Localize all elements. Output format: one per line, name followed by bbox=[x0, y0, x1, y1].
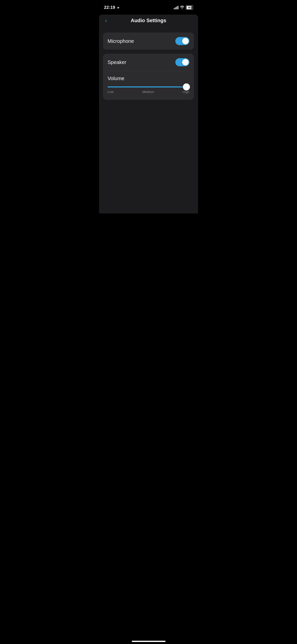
signal-bars bbox=[174, 6, 178, 9]
main-content: Microphone Speaker Volume bbox=[99, 27, 198, 213]
volume-medium-label: Medium bbox=[142, 90, 154, 94]
signal-bar-2 bbox=[175, 7, 176, 9]
nav-bar: ‹ Audio Settings bbox=[99, 15, 198, 27]
speaker-card: Speaker Volume Low Medium High bbox=[103, 54, 194, 100]
battery-container: 90 bbox=[186, 6, 193, 10]
microphone-toggle-track bbox=[175, 37, 189, 45]
signal-bar-1 bbox=[174, 8, 175, 9]
microphone-toggle-thumb bbox=[182, 38, 189, 44]
speaker-toggle-track bbox=[175, 58, 189, 66]
wifi-icon bbox=[180, 6, 184, 10]
back-chevron-icon: ‹ bbox=[105, 18, 107, 23]
microphone-label: Microphone bbox=[108, 38, 134, 44]
speaker-toggle[interactable] bbox=[175, 58, 189, 66]
volume-slider-labels: Low Medium High bbox=[108, 90, 189, 94]
page-title: Audio Settings bbox=[131, 18, 166, 23]
volume-slider-container bbox=[108, 86, 189, 87]
signal-bar-4 bbox=[178, 6, 178, 9]
microphone-row: Microphone bbox=[103, 33, 194, 50]
microphone-card: Microphone bbox=[103, 33, 194, 50]
volume-slider-fill bbox=[108, 86, 184, 87]
speaker-row: Speaker bbox=[103, 54, 194, 71]
volume-low-label: Low bbox=[108, 90, 114, 94]
status-time: 22:19 bbox=[104, 5, 115, 10]
battery-indicator: 90 bbox=[186, 6, 193, 10]
volume-high-label: High bbox=[183, 90, 189, 94]
status-left: 22:19 ► bbox=[104, 5, 120, 10]
volume-label: Volume bbox=[108, 76, 189, 81]
microphone-toggle[interactable] bbox=[175, 37, 189, 45]
battery-text: 90 bbox=[188, 6, 191, 9]
volume-section: Volume Low Medium High bbox=[103, 71, 194, 100]
volume-slider-thumb[interactable] bbox=[183, 83, 190, 90]
speaker-label: Speaker bbox=[108, 59, 126, 65]
signal-bar-3 bbox=[176, 7, 177, 9]
back-button[interactable]: ‹ bbox=[104, 17, 108, 24]
status-icons: 90 bbox=[174, 6, 193, 10]
volume-slider-track bbox=[108, 86, 189, 87]
status-bar: 22:19 ► 90 bbox=[99, 0, 198, 14]
location-icon: ► bbox=[117, 6, 120, 9]
speaker-toggle-thumb bbox=[182, 59, 189, 66]
